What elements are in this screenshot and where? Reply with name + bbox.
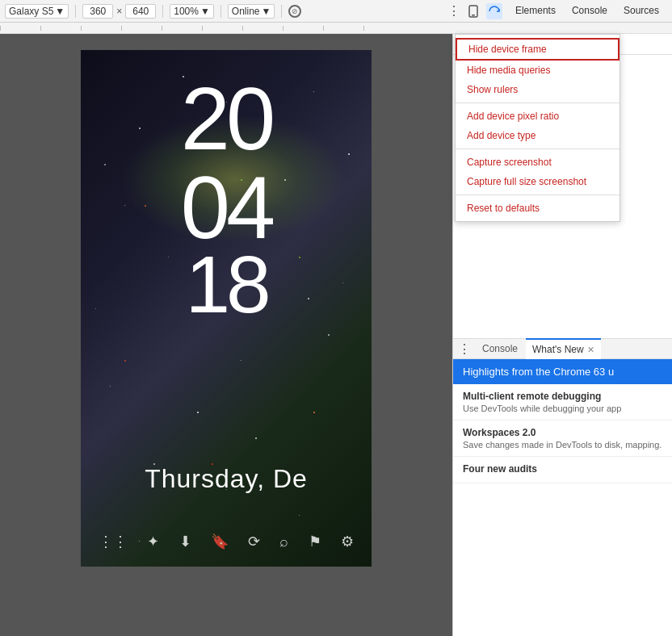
device-label: Galaxy S5 [9, 6, 53, 17]
menu-item-capture-full-screenshot[interactable]: Capture full size screenshot [456, 172, 620, 191]
apps-icon[interactable]: ⋮⋮ [99, 533, 128, 550]
item-desc: Save changes made in DevTools to disk, m… [463, 440, 662, 450]
zoom-selector[interactable]: 100% ▼ [170, 4, 214, 19]
toolbar-right: ⋮ Elements Console Sources [447, 0, 667, 23]
device-selector[interactable]: Galaxy S5 ▼ [5, 4, 69, 19]
ruler-mark [81, 26, 121, 31]
menu-separator-3 [456, 195, 620, 195]
svg-rect-1 [472, 15, 475, 16]
whats-new-panel: Highlights from the Chrome 63 u Multi-cl… [453, 359, 672, 636]
network-selector[interactable]: Online ▼ [228, 4, 275, 19]
ruler-mark [121, 26, 162, 31]
clock-hour-ten: 20 [81, 74, 372, 163]
ruler-mark [40, 26, 81, 31]
list-item: Four new audits [453, 457, 672, 483]
menu-item-add-device-type[interactable]: Add device type [456, 126, 620, 145]
date-display: Thursday, De [81, 464, 372, 494]
flag-icon[interactable]: ⚑ [309, 533, 321, 550]
x-separator: × [116, 6, 122, 17]
bottom-more-icon[interactable]: ⋮ [458, 341, 471, 357]
screen-rotation-button[interactable] [486, 3, 502, 19]
menu-item-reset-defaults[interactable]: Reset to defaults [456, 199, 620, 218]
separator-1 [75, 5, 76, 18]
bottom-tab-bar: ⋮ Console What's New ✕ [453, 338, 672, 359]
separator-4 [281, 5, 282, 18]
tab-console[interactable]: Console [564, 0, 615, 23]
phone-screen: 20 04 18 Thursday, De ⋮⋮ ✦ ⬇ 🔖 ⟳ ⌕ ⚑ ⚙ [81, 50, 372, 567]
menu-separator-1 [456, 103, 620, 103]
network-dropdown-icon: ▼ [262, 6, 271, 17]
ruler-mark [283, 26, 323, 31]
whats-new-header: Highlights from the Chrome 63 u [453, 359, 672, 384]
height-input[interactable] [125, 4, 156, 19]
menu-item-hide-device-frame[interactable]: Hide device frame [456, 38, 620, 61]
network-label: Online [232, 6, 260, 17]
device-dropdown-icon: ▼ [55, 6, 65, 17]
history-icon[interactable]: ⟳ [248, 533, 260, 550]
device-frame: 20 04 18 Thursday, De ⋮⋮ ✦ ⬇ 🔖 ⟳ ⌕ ⚑ ⚙ [81, 50, 372, 567]
puzzle-icon[interactable]: ✦ [147, 533, 159, 550]
download-icon[interactable]: ⬇ [179, 533, 191, 550]
dropdown-menu: Hide device frame Hide media queries Sho… [455, 34, 620, 222]
zoom-label: 100% [174, 6, 199, 17]
width-input[interactable] [82, 4, 113, 19]
devtools-tab-bar: Elements Console Sources [507, 0, 667, 23]
ruler-mark [0, 26, 40, 31]
top-toolbar: Galaxy S5 ▼ × 100% ▼ Online ▼ ⊘ ⋮ [0, 0, 672, 23]
console-tab-label: Console [482, 343, 518, 354]
ruler-mark [323, 26, 363, 31]
bookmark-icon[interactable]: 🔖 [211, 533, 229, 550]
settings-icon[interactable]: ⚙ [341, 533, 354, 550]
menu-item-capture-screenshot[interactable]: Capture screenshot [456, 153, 620, 172]
list-item: Multi-client remote debugging Use DevToo… [453, 384, 672, 421]
tab-whats-new[interactable]: What's New ✕ [526, 338, 601, 359]
ruler-mark [162, 26, 202, 31]
clock-second: 18 [81, 244, 372, 324]
menu-item-add-device-pixel-ratio[interactable]: Add device pixel ratio [456, 107, 620, 126]
tab-console-bottom[interactable]: Console [476, 338, 524, 359]
clock-display: 20 04 18 [81, 74, 372, 324]
separator-2 [162, 5, 163, 18]
search-icon[interactable]: ⌕ [279, 533, 288, 550]
menu-separator-2 [456, 149, 620, 149]
ruler-mark [202, 26, 242, 31]
tab-sources[interactable]: Sources [615, 0, 667, 23]
device-preview-panel: 20 04 18 Thursday, De ⋮⋮ ✦ ⬇ 🔖 ⟳ ⌕ ⚑ ⚙ [0, 34, 452, 636]
whats-new-close-button[interactable]: ✕ [587, 345, 594, 355]
ruler-mark [242, 26, 283, 31]
ruler-row [0, 23, 672, 34]
tab-elements[interactable]: Elements [507, 0, 564, 23]
list-item: Workspaces 2.0 Save changes made in DevT… [453, 421, 672, 457]
item-title: Four new audits [463, 463, 662, 475]
screen-rotation-icon [488, 5, 501, 18]
device-frame-icon [467, 5, 480, 18]
menu-item-show-rulers[interactable]: Show rulers [456, 80, 620, 99]
ruler-mark [363, 26, 404, 31]
item-title: Workspaces 2.0 [463, 427, 662, 438]
no-throttle-icon: ⊘ [288, 5, 301, 18]
zoom-dropdown-icon: ▼ [200, 6, 210, 17]
ruler-marks [0, 26, 672, 31]
bottom-icons-bar: ⋮⋮ ✦ ⬇ 🔖 ⟳ ⌕ ⚑ ⚙ [81, 533, 372, 550]
item-desc: Use DevTools while debugging your app [463, 404, 662, 413]
device-frame-toggle-button[interactable] [465, 3, 481, 19]
more-options-button[interactable]: ⋮ [447, 3, 460, 19]
whats-new-tab-label: What's New [532, 344, 584, 355]
menu-item-hide-media-queries[interactable]: Hide media queries [456, 61, 620, 80]
item-title: Multi-client remote debugging [463, 391, 662, 402]
separator-3 [220, 5, 221, 18]
